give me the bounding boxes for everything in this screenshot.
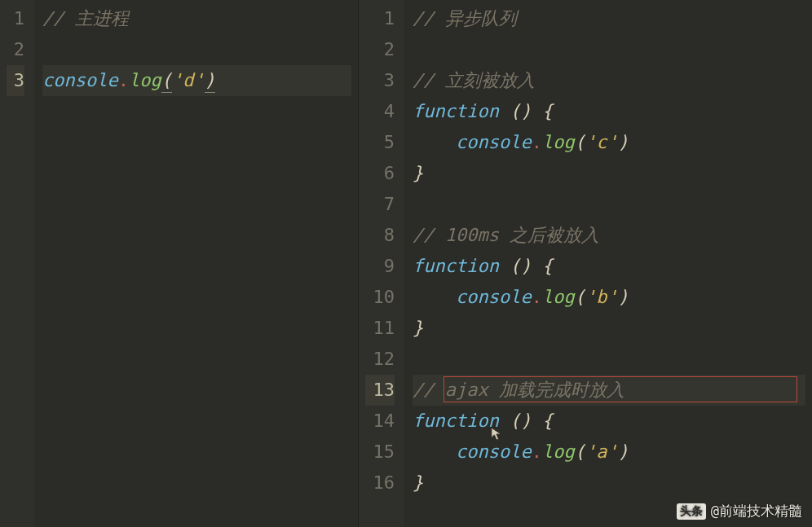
keyword-function: function xyxy=(413,411,499,431)
line-number: 14 xyxy=(365,406,395,437)
comment-text: // ajax 加载完成时放入 xyxy=(413,380,624,400)
editor-pane-right[interactable]: 12345678910111213141516 // 异步队列 // 立刻被放入… xyxy=(359,0,812,527)
paren-close: ) xyxy=(618,287,629,307)
code-line[interactable]: function () { xyxy=(413,251,805,282)
ident-console: console xyxy=(456,441,532,462)
line-number: 11 xyxy=(365,313,395,344)
code-line[interactable]: console.log('a') xyxy=(413,437,805,468)
watermark-text: @前端技术精髓 xyxy=(711,502,802,520)
line-number: 10 xyxy=(365,282,395,313)
string-arg: 'b' xyxy=(585,287,618,307)
code-line[interactable]: function () { xyxy=(413,96,805,127)
line-number: 2 xyxy=(7,34,24,65)
code-line[interactable]: // 主进程 xyxy=(42,3,351,34)
brace-close: } xyxy=(413,318,423,338)
line-number: 8 xyxy=(365,220,395,251)
dot: . xyxy=(118,70,129,90)
line-number: 12 xyxy=(365,344,395,375)
comment-text: // 100ms 之后被放入 xyxy=(413,225,599,245)
parens: () xyxy=(510,101,532,121)
comment-text: // 立刻被放入 xyxy=(413,70,535,90)
line-number: 1 xyxy=(7,3,24,34)
string-arg: 'a' xyxy=(585,441,618,462)
line-number: 4 xyxy=(365,96,395,127)
line-number: 3 xyxy=(365,65,395,96)
code-line[interactable]: function () { xyxy=(413,406,805,437)
line-number: 1 xyxy=(365,3,395,34)
line-number: 5 xyxy=(365,127,395,158)
gutter-left: 123 xyxy=(0,0,34,527)
ident-console: console xyxy=(456,132,532,152)
code-right[interactable]: // 异步队列 // 立刻被放入function () { console.lo… xyxy=(404,0,812,527)
code-line[interactable]: // 100ms 之后被放入 xyxy=(413,220,805,251)
paren-close: ) xyxy=(618,441,629,462)
line-number: 9 xyxy=(365,251,395,282)
code-line[interactable]: // 异步队列 xyxy=(413,3,805,34)
line-number: 3 xyxy=(7,65,24,96)
paren-open: ( xyxy=(575,287,585,307)
paren-close: ) xyxy=(205,69,215,93)
paren-open: ( xyxy=(575,132,585,152)
comment-text: // 异步队列 xyxy=(413,8,517,29)
line-number: 15 xyxy=(365,437,395,468)
ident-console: console xyxy=(456,287,532,307)
dot: . xyxy=(532,287,542,307)
code-line[interactable]: } xyxy=(413,158,805,189)
code-line[interactable] xyxy=(413,34,805,65)
code-line[interactable]: } xyxy=(413,313,805,344)
code-line[interactable]: console.log('b') xyxy=(413,282,805,313)
brace-close: } xyxy=(413,472,423,493)
paren-open: ( xyxy=(161,69,172,93)
gutter-right: 12345678910111213141516 xyxy=(359,0,404,527)
code-line[interactable]: console.log('c') xyxy=(413,127,805,158)
comment-text: // 主进程 xyxy=(42,8,129,29)
code-line[interactable]: console.log('d') xyxy=(42,65,351,96)
method-log: log xyxy=(542,132,575,152)
brace-close: } xyxy=(413,163,423,183)
ident-console: console xyxy=(42,70,118,90)
paren-close: ) xyxy=(618,132,629,152)
line-number: 6 xyxy=(365,158,395,189)
brace-open: { xyxy=(542,256,553,276)
code-line[interactable] xyxy=(413,189,805,220)
string-arg: 'c' xyxy=(585,132,618,152)
brace-open: { xyxy=(542,411,553,431)
line-number: 16 xyxy=(365,468,395,498)
line-number: 2 xyxy=(365,34,395,65)
keyword-function: function xyxy=(413,101,499,121)
code-line[interactable]: // 立刻被放入 xyxy=(413,65,805,96)
code-line[interactable]: } xyxy=(413,468,805,498)
keyword-function: function xyxy=(413,256,499,276)
method-log: log xyxy=(542,287,575,307)
code-left[interactable]: // 主进程 console.log('d') xyxy=(34,0,358,527)
parens: () xyxy=(510,411,532,431)
watermark-badge: 头条 xyxy=(677,503,706,520)
dot: . xyxy=(532,132,542,152)
line-number: 13 xyxy=(365,375,395,406)
method-log: log xyxy=(129,70,161,90)
dot: . xyxy=(532,441,542,462)
paren-open: ( xyxy=(575,441,585,462)
brace-open: { xyxy=(542,101,553,121)
editor-pane-left[interactable]: 123 // 主进程 console.log('d') xyxy=(0,0,359,527)
watermark: 头条 @前端技术精髓 xyxy=(677,502,802,520)
code-line[interactable] xyxy=(413,344,805,375)
code-line[interactable]: // ajax 加载完成时放入 xyxy=(413,375,805,406)
line-number: 7 xyxy=(365,189,395,220)
parens: () xyxy=(510,256,532,276)
method-log: log xyxy=(542,441,575,462)
string-arg: 'd' xyxy=(172,70,205,90)
code-line[interactable] xyxy=(42,34,351,65)
